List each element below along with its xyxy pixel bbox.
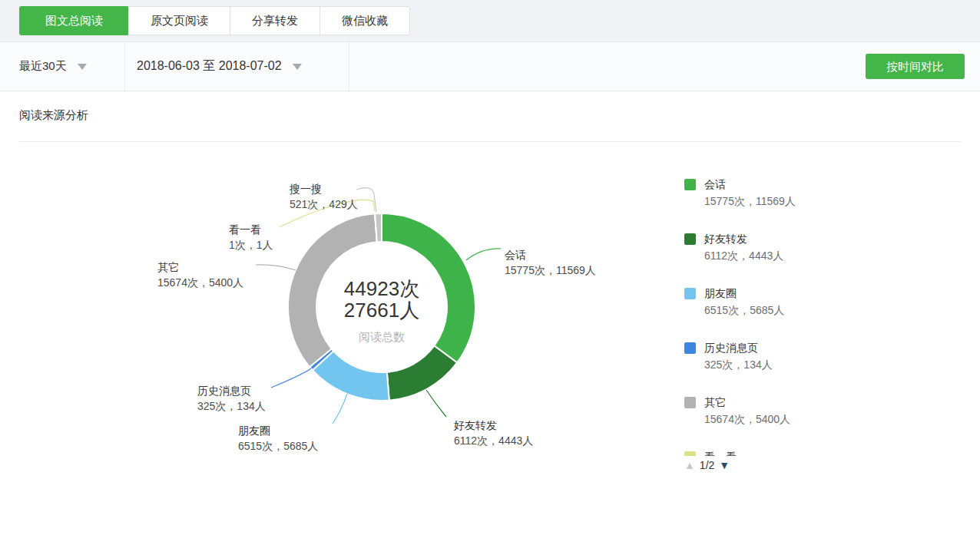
legend-value: 6515次，5685人 bbox=[704, 303, 784, 318]
callout-value: 521次，429人 bbox=[290, 196, 358, 212]
main-content: 阅读来源分析 44923次 27661人 阅读总数 搜一搜 521次，429人 … bbox=[0, 91, 980, 535]
date-range-label: 2018-06-03 至 2018-07-02 bbox=[137, 58, 282, 74]
legend-pagination: ▲ 1/2 ▼ bbox=[684, 459, 730, 471]
top-tab-bar: 图文总阅读 原文页阅读 分享转发 微信收藏 bbox=[0, 0, 980, 42]
legend-item-haoyouzhuanfa[interactable]: 好友转发 6112次，4443人 bbox=[684, 232, 861, 266]
callout-value: 6515次，5685人 bbox=[238, 438, 318, 454]
legend-value: 325次，134人 bbox=[704, 358, 773, 372]
legend-item-huihua[interactable]: 会话 15775次，11569人 bbox=[684, 177, 861, 211]
tab-group: 图文总阅读 原文页阅读 分享转发 微信收藏 bbox=[19, 6, 410, 35]
legend-swatch bbox=[684, 233, 696, 245]
leader-line-haoyouzhuanfa bbox=[426, 390, 446, 417]
callout-name: 搜一搜 bbox=[290, 181, 358, 196]
legend-item-pengyouquan[interactable]: 朋友圈 6515次，5685人 bbox=[684, 286, 861, 320]
callout-value: 325次，134人 bbox=[197, 398, 266, 414]
pie-slice-1[interactable] bbox=[382, 213, 475, 362]
legend-page-down-icon[interactable]: ▼ bbox=[719, 459, 730, 471]
callout-pengyouquan: 朋友圈 6515次，5685人 bbox=[238, 423, 318, 454]
compare-by-time-button[interactable]: 按时间对比 bbox=[866, 54, 965, 79]
callout-lishixiaoxiye: 历史消息页 325次，134人 bbox=[197, 383, 266, 414]
range-dropdown[interactable]: 最近30天 bbox=[0, 42, 125, 91]
callout-value: 1次，1人 bbox=[229, 237, 273, 253]
leader-line-huihua bbox=[466, 249, 501, 260]
legend-label: 好友转发 bbox=[704, 232, 783, 246]
callout-souyisou: 搜一搜 521次，429人 bbox=[290, 181, 358, 212]
callout-name: 会话 bbox=[505, 247, 596, 263]
callout-name: 看一看 bbox=[229, 222, 273, 237]
legend-item-kanyikan[interactable]: 看一看 1次，1人 bbox=[684, 450, 861, 456]
callout-name: 朋友圈 bbox=[238, 423, 318, 438]
callout-value: 6112次，4443人 bbox=[454, 433, 533, 448]
legend-page-indicator: 1/2 bbox=[700, 459, 714, 471]
leader-line-qita bbox=[256, 265, 296, 270]
legend-swatch bbox=[684, 397, 696, 408]
date-range-dropdown[interactable]: 2018-06-03 至 2018-07-02 bbox=[125, 42, 349, 91]
legend-label: 看一看 bbox=[704, 450, 749, 456]
legend-item-qita[interactable]: 其它 15674次，5400人 bbox=[684, 395, 861, 429]
legend-page-up-icon[interactable]: ▲ bbox=[684, 459, 695, 471]
legend-label: 会话 bbox=[704, 177, 796, 192]
tab-original-page-reads[interactable]: 原文页阅读 bbox=[128, 7, 230, 35]
pie-slice-7[interactable] bbox=[375, 213, 382, 242]
callout-name: 其它 bbox=[157, 259, 243, 275]
tab-wechat-favorites[interactable]: 微信收藏 bbox=[319, 7, 409, 35]
pie-slice-5[interactable] bbox=[288, 213, 377, 367]
callout-value: 15775次，11569人 bbox=[505, 263, 596, 278]
leader-line-lishixiaoxiye bbox=[271, 368, 311, 388]
chart-legend: 会话 15775次，11569人 好友转发 6112次，4443人 朋友圈 65… bbox=[684, 177, 861, 456]
chevron-down-icon bbox=[293, 64, 302, 70]
legend-swatch bbox=[684, 288, 696, 299]
legend-swatch bbox=[684, 179, 696, 190]
legend-label: 朋友圈 bbox=[704, 286, 784, 301]
legend-item-lishixiaoxiye[interactable]: 历史消息页 325次，134人 bbox=[684, 341, 861, 375]
legend-value: 15674次，5400人 bbox=[704, 412, 790, 427]
tab-share-forward[interactable]: 分享转发 bbox=[230, 7, 319, 35]
pie-slice-2[interactable] bbox=[387, 345, 457, 400]
callout-name: 历史消息页 bbox=[197, 383, 266, 398]
legend-swatch bbox=[684, 342, 696, 354]
legend-label: 历史消息页 bbox=[704, 341, 773, 355]
callout-name: 好友转发 bbox=[454, 418, 533, 433]
range-dropdown-label: 最近30天 bbox=[19, 59, 67, 74]
callout-huihua: 会话 15775次，11569人 bbox=[505, 247, 596, 278]
filter-bar: 最近30天 2018-06-03 至 2018-07-02 按时间对比 bbox=[0, 42, 980, 91]
legend-swatch bbox=[684, 451, 696, 456]
callout-value: 15674次，5400人 bbox=[157, 275, 243, 290]
tab-total-article-reads[interactable]: 图文总阅读 bbox=[19, 6, 129, 35]
callout-haoyouzhuanfa: 好友转发 6112次，4443人 bbox=[454, 418, 533, 448]
leader-line-pengyouquan bbox=[333, 394, 347, 424]
callout-kanyikan: 看一看 1次，1人 bbox=[229, 222, 273, 253]
callout-qita: 其它 15674次，5400人 bbox=[157, 259, 243, 290]
chevron-down-icon bbox=[78, 64, 87, 70]
analytics-page: 图文总阅读 原文页阅读 分享转发 微信收藏 最近30天 2018-06-03 至… bbox=[0, 0, 980, 535]
legend-label: 其它 bbox=[704, 395, 790, 410]
legend-value: 15775次，11569人 bbox=[704, 194, 796, 209]
legend-value: 6112次，4443人 bbox=[704, 249, 783, 263]
